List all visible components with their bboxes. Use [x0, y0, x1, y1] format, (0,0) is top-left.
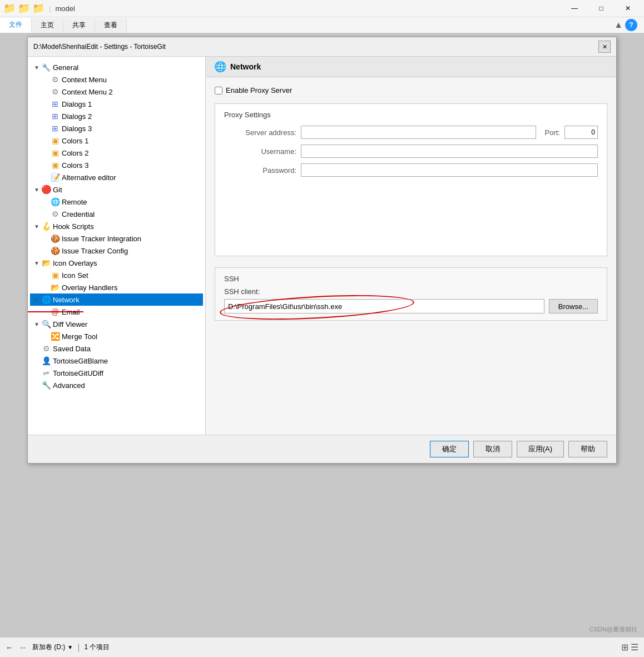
password-input[interactable]: [301, 163, 598, 177]
label-tortoisegitblame: TortoiseGitBlame: [53, 357, 108, 365]
ssh-input-row: Browse...: [224, 299, 598, 313]
sidebar-item-issue-tracker[interactable]: 🍪 Issue Tracker Integration: [30, 232, 203, 245]
help-footer-button[interactable]: 帮助: [568, 441, 607, 457]
colors-icon-3: ▣: [50, 160, 60, 170]
drive-dropdown-icon[interactable]: ▼: [67, 644, 73, 650]
expander-network[interactable]: ▼: [32, 295, 41, 304]
content-header-globe-icon: 🌐: [215, 61, 226, 72]
ssh-client-input[interactable]: [224, 299, 544, 313]
label-icon-set: Icon Set: [62, 271, 88, 280]
minimize-button[interactable]: —: [562, 0, 587, 17]
sidebar-item-colors-2[interactable]: ▣ Colors 2: [30, 147, 203, 159]
server-address-input[interactable]: [301, 126, 536, 139]
sidebar-item-dialogs-3[interactable]: ⊞ Dialogs 3: [30, 122, 203, 135]
sidebar-item-icon-overlays[interactable]: ▼ 📂 Icon Overlays: [30, 257, 203, 269]
label-context-menu: Context Menu: [62, 76, 107, 84]
enable-proxy-checkbox[interactable]: [215, 87, 222, 94]
content-header-title: Network: [230, 62, 261, 71]
sidebar-item-overlay-handlers[interactable]: 📂 Overlay Handlers: [30, 281, 203, 293]
folder-icon-red: 📁: [18, 2, 30, 14]
sidebar-item-icon-set[interactable]: ▣ Icon Set: [30, 269, 203, 281]
expander-diff[interactable]: ▼: [32, 320, 41, 328]
expander-general[interactable]: ▼: [32, 63, 41, 72]
sidebar-item-diff-viewer[interactable]: ▼ 🔍 Diff Viewer: [30, 318, 203, 330]
hook-icon: 🪝: [41, 221, 51, 231]
sidebar-item-dialogs-1[interactable]: ⊞ Dialogs 1: [30, 98, 203, 110]
label-general: General: [53, 63, 78, 72]
password-row: Password:: [224, 163, 598, 177]
window-controls: — □ ✕: [562, 0, 641, 17]
expander-hook[interactable]: ▼: [32, 222, 41, 231]
tab-file[interactable]: 文件: [0, 18, 32, 33]
sidebar-item-git[interactable]: ▼ 🔴 Git: [30, 183, 203, 196]
label-issue-tracker: Issue Tracker Integration: [62, 235, 141, 243]
sidebar-item-dialogs-2[interactable]: ⊞ Dialogs 2: [30, 110, 203, 122]
explorer-topbar: 📁 📁 📁 | model — □ ✕ 文件 主页 共享 查看 ▲ ?: [0, 0, 644, 33]
content-header: 🌐 Network: [206, 57, 616, 77]
close-window-button[interactable]: ✕: [615, 0, 641, 17]
back-arrow-icon[interactable]: ←: [6, 643, 13, 652]
nav-up-icon[interactable]: ▲: [614, 20, 623, 30]
proxy-spacer: [224, 182, 598, 249]
sidebar-item-advanced[interactable]: 🔧 Advanced: [30, 379, 203, 391]
sidebar-item-remote[interactable]: 🌐 Remote: [30, 196, 203, 208]
enable-proxy-label[interactable]: Enable Proxy Server: [226, 86, 292, 94]
sidebar-item-hook-scripts[interactable]: ▼ 🪝 Hook Scripts: [30, 220, 203, 232]
diff-icon: 🔍: [41, 319, 51, 329]
password-label: Password:: [224, 166, 296, 175]
list-view-icon[interactable]: ☰: [631, 642, 638, 653]
sidebar-item-general[interactable]: ▼ 🔧 General: [30, 61, 203, 73]
label-tortoisegitudiff: TortoiseGitUDiff: [53, 369, 103, 377]
expander-git[interactable]: ▼: [32, 185, 41, 194]
globe-icon-remote: 🌐: [50, 197, 60, 207]
settings-sidebar: ▼ 🔧 General ⚙ Context Menu ⚙ Context Men…: [28, 57, 206, 435]
label-colors-2: Colors 2: [62, 149, 88, 157]
sidebar-item-colors-1[interactable]: ▣ Colors 1: [30, 135, 203, 147]
tab-view[interactable]: 查看: [95, 18, 127, 32]
label-git: Git: [53, 186, 62, 194]
port-input[interactable]: [564, 126, 598, 139]
view-icons: ⊞ ☰: [621, 642, 638, 653]
sidebar-item-tortoisegitudiff[interactable]: ⇌ TortoiseGitUDiff: [30, 367, 203, 379]
email-annotation-wrapper: @ Email: [30, 306, 203, 318]
scrollbar-icon: |: [77, 643, 80, 653]
sidebar-item-context-menu-2[interactable]: ⚙ Context Menu 2: [30, 86, 203, 98]
explorer-window-title: model: [55, 4, 75, 13]
grid-view-icon[interactable]: ⊞: [621, 642, 628, 653]
username-input[interactable]: [301, 145, 598, 158]
label-diff-viewer: Diff Viewer: [53, 320, 87, 328]
expander-overlays[interactable]: ▼: [32, 258, 41, 267]
drive-label: 新加卷 (D:) ▼: [32, 643, 73, 652]
sidebar-item-saved-data[interactable]: ⚙ Saved Data: [30, 342, 203, 355]
dots-icon: ···: [20, 644, 26, 651]
ssh-title: SSH: [224, 275, 598, 283]
tab-share[interactable]: 共享: [63, 18, 95, 32]
dialogs-icon-2: ⊞: [50, 111, 60, 121]
dialog-body: ▼ 🔧 General ⚙ Context Menu ⚙ Context Men…: [28, 57, 616, 435]
apply-button[interactable]: 应用(A): [517, 441, 564, 457]
label-issue-tracker-config: Issue Tracker Config: [62, 247, 128, 255]
dialog-close-button[interactable]: ✕: [598, 41, 611, 53]
label-context-menu-2: Context Menu 2: [62, 88, 113, 96]
saveddata-icon: ⚙: [41, 344, 51, 354]
sidebar-item-context-menu[interactable]: ⚙ Context Menu: [30, 73, 203, 86]
overlay-handlers-icon: 📂: [50, 282, 60, 292]
help-button[interactable]: ?: [625, 19, 637, 31]
globe-icon-network: 🌐: [41, 295, 51, 305]
label-network: Network: [53, 296, 80, 304]
cancel-button[interactable]: 取消: [473, 441, 512, 457]
confirm-button[interactable]: 确定: [430, 441, 469, 457]
maximize-button[interactable]: □: [588, 0, 614, 17]
sidebar-item-issue-tracker-config[interactable]: 🍪 Issue Tracker Config: [30, 245, 203, 257]
sidebar-item-colors-3[interactable]: ▣ Colors 3: [30, 159, 203, 171]
icon-set-icon: ▣: [50, 270, 60, 280]
tab-home[interactable]: 主页: [32, 18, 63, 32]
sidebar-item-credential[interactable]: ⚙ Credential: [30, 208, 203, 220]
label-hook-scripts: Hook Scripts: [53, 222, 94, 231]
sidebar-item-tortoisegitblame[interactable]: 👤 TortoiseGitBlame: [30, 355, 203, 367]
sidebar-item-merge-tool[interactable]: 🔀 Merge Tool: [30, 330, 203, 342]
git-icon: 🔴: [41, 185, 51, 195]
sidebar-item-network[interactable]: ▼ 🌐 Network: [30, 293, 203, 306]
browse-button[interactable]: Browse...: [549, 299, 598, 313]
sidebar-item-alt-editor[interactable]: 📝 Alternative editor: [30, 171, 203, 183]
